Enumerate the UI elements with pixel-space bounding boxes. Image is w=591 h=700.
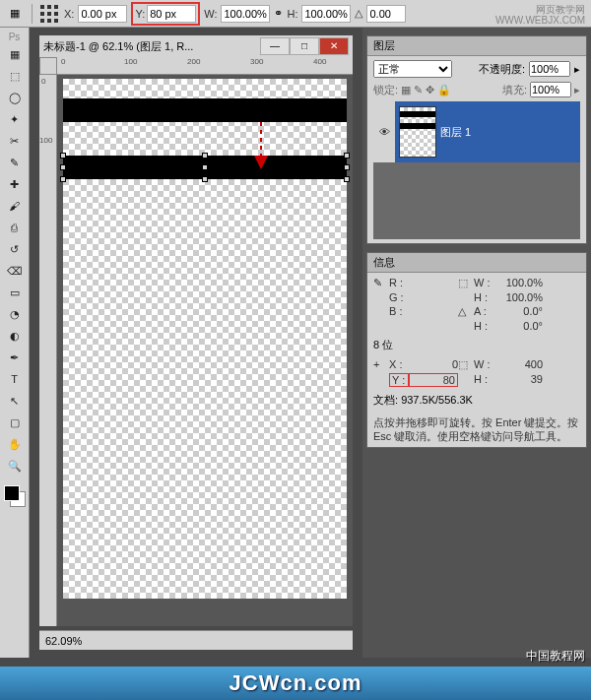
- marquee-tool[interactable]: ⬚: [4, 66, 26, 86]
- layer-visibility-icon[interactable]: 👁: [373, 101, 395, 162]
- link-icon[interactable]: ⚭: [274, 7, 283, 20]
- move-tool[interactable]: ▦: [4, 44, 26, 64]
- y-label: Y:: [135, 8, 145, 20]
- shape-tool[interactable]: ▢: [4, 413, 26, 432]
- ps-logo-icon: Ps: [9, 32, 21, 42]
- transform-tool-icon[interactable]: ▦: [4, 3, 26, 25]
- lasso-tool[interactable]: ◯: [4, 88, 26, 107]
- eyedropper-tool[interactable]: ✎: [4, 153, 26, 172]
- dimensions-icon: ⬚: [458, 358, 474, 371]
- x-input[interactable]: [78, 5, 127, 23]
- opacity-label: 不透明度:: [479, 62, 525, 77]
- lock-all-icon[interactable]: 🔒: [437, 84, 451, 96]
- w-label: W:: [204, 8, 217, 20]
- zoom-tool[interactable]: 🔍: [4, 456, 26, 476]
- transformed-bar[interactable]: [63, 156, 347, 179]
- options-bar: ▦ X: Y: W: ⚭ H: △ 网页教学网 WWW.WEBJX.COM: [0, 0, 591, 28]
- ruler-top: 0 100 200 300 400: [57, 57, 353, 75]
- crop-tool[interactable]: ✂: [4, 131, 26, 151]
- layers-panel: 图层 正常 不透明度: ▸ 锁定: ▦ ✎ ✥ 🔒 填充: ▸: [366, 35, 587, 244]
- stamp-tool[interactable]: ⎙: [4, 218, 26, 237]
- color-swatch[interactable]: [2, 483, 28, 509]
- minimize-button[interactable]: —: [260, 37, 290, 55]
- opacity-flyout-icon[interactable]: ▸: [574, 63, 580, 76]
- eraser-tool[interactable]: ⌫: [4, 261, 26, 281]
- document-titlebar: 未标题-1 @ 62.1% (图层 1, R... — □ ✕: [39, 35, 353, 57]
- close-button[interactable]: ✕: [319, 37, 349, 55]
- pen-tool[interactable]: ✒: [4, 348, 26, 367]
- lock-brush-icon[interactable]: ✎: [414, 84, 423, 96]
- color-mode-icon: ✎: [373, 277, 389, 289]
- h-label: H:: [287, 8, 297, 20]
- ruler-corner: [39, 57, 57, 75]
- doc-size-value: 937.5K/556.3K: [401, 394, 473, 406]
- site-logo-top: 网页教学网 WWW.WEBJX.COM: [495, 4, 585, 26]
- opacity-input[interactable]: [529, 61, 570, 77]
- watermark-url: JCWcn.com: [0, 667, 591, 700]
- layer-row[interactable]: 👁 图层 1: [373, 101, 580, 162]
- toolbox: Ps ▦ ⬚ ◯ ✦ ✂ ✎ ✚ 🖌 ⎙ ↺ ⌫ ▭ ◔ ◐ ✒ T ↖ ▢ ✋…: [0, 28, 30, 658]
- w-input[interactable]: [221, 5, 270, 23]
- maximize-button[interactable]: □: [290, 37, 319, 55]
- ruler-left: 0 100: [39, 75, 57, 626]
- annotation-arrow: [260, 122, 262, 167]
- layer-thumbnail[interactable]: [399, 106, 436, 158]
- y-input[interactable]: [147, 5, 196, 23]
- info-y-value: 80: [409, 373, 458, 387]
- original-bar: [63, 98, 347, 122]
- angle-label: △: [355, 7, 362, 20]
- doc-size-label: 文档:: [373, 394, 398, 406]
- reference-point-icon[interactable]: [38, 3, 60, 25]
- angle-input[interactable]: [366, 5, 406, 23]
- y-highlight-box: Y:: [131, 2, 200, 26]
- info-panel: 信息 ✎R : ⬚W :100.0% G : H :100.0% B : △A …: [366, 252, 587, 448]
- wand-tool[interactable]: ✦: [4, 109, 26, 129]
- layer-list: 👁 图层 1: [373, 101, 580, 239]
- layer-name[interactable]: 图层 1: [440, 125, 471, 140]
- bit-depth: 8 位: [373, 338, 580, 352]
- document-title: 未标题-1 @ 62.1% (图层 1, R...: [43, 39, 260, 54]
- dodge-tool[interactable]: ◐: [4, 326, 26, 346]
- fill-flyout-icon[interactable]: ▸: [574, 84, 580, 96]
- heal-tool[interactable]: ✚: [4, 174, 26, 194]
- hand-tool[interactable]: ✋: [4, 434, 26, 454]
- fill-input[interactable]: [530, 82, 571, 97]
- gradient-tool[interactable]: ▭: [4, 283, 26, 302]
- type-tool[interactable]: T: [4, 369, 26, 389]
- layers-panel-tab[interactable]: 图层: [367, 36, 586, 56]
- info-hint: 点按并拖移即可旋转。按 Enter 键提交。按 Esc 键取消。使用空格键访问导…: [373, 415, 580, 443]
- size-icon: ⬚: [458, 277, 474, 289]
- lock-pixels-icon[interactable]: ▦: [401, 84, 411, 96]
- document-body: 0 100 200 300 400 0 100: [39, 57, 353, 626]
- position-icon: +: [373, 358, 389, 371]
- lock-move-icon[interactable]: ✥: [426, 84, 434, 96]
- info-panel-tab[interactable]: 信息: [367, 253, 586, 273]
- blur-tool[interactable]: ◔: [4, 304, 26, 324]
- lock-label: 锁定:: [373, 83, 398, 97]
- x-label: X:: [64, 8, 74, 20]
- fill-label: 填充:: [502, 83, 527, 97]
- angle-icon: △: [458, 305, 474, 318]
- h-input[interactable]: [301, 5, 351, 23]
- blend-mode-select[interactable]: 正常: [373, 60, 452, 78]
- path-select-tool[interactable]: ↖: [4, 391, 26, 411]
- brush-tool[interactable]: 🖌: [4, 196, 26, 216]
- zoom-status: 62.09%: [39, 630, 353, 650]
- history-brush-tool[interactable]: ↺: [4, 239, 26, 259]
- canvas[interactable]: [63, 79, 347, 599]
- watermark-cn: 中国教程网: [526, 648, 585, 665]
